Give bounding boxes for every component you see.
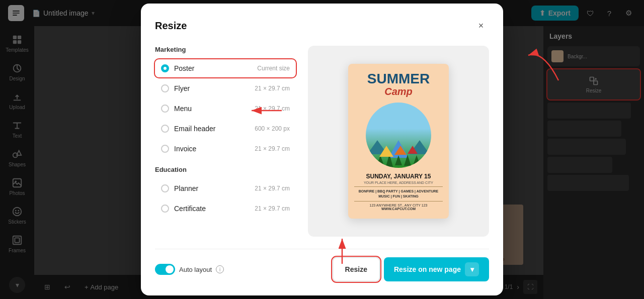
poster-subtitle: YOUR PLACE HERE, ADDRESS AND CITY [354, 181, 443, 184]
section-title-education: Education [155, 166, 296, 173]
auto-layout-info-icon[interactable]: i [216, 265, 224, 273]
invoice-radio-circle [161, 145, 169, 153]
certificate-label: Certificate [174, 205, 206, 213]
planner-label: Planner [174, 184, 198, 192]
modal-title: Resize [155, 20, 187, 32]
poster-title-camp: Camp [354, 86, 443, 97]
email-header-size: 600 × 200 px [255, 125, 290, 132]
poster-title-summer: SUMMER [354, 72, 443, 86]
auto-layout-switch[interactable] [155, 264, 175, 275]
poster-label: Poster [174, 64, 194, 72]
certificate-size: 21 × 29.7 cm [255, 205, 290, 212]
resize-on-new-page-button[interactable]: Resize on new page ▾ [384, 257, 489, 281]
certificate-radio-circle [161, 205, 169, 213]
footer-buttons: Resize Resize on new page ▾ [333, 257, 489, 281]
auto-layout-label: Auto layout [179, 266, 212, 273]
trees-group [377, 155, 420, 165]
auto-layout-toggle: Auto layout i [155, 264, 224, 275]
modal-options: Marketing Poster Current size [155, 46, 296, 237]
invoice-size: 21 × 29.7 cm [255, 145, 290, 152]
section-title-marketing: Marketing [155, 46, 296, 53]
poster-divider-top [354, 186, 443, 187]
poster-date: SUNDAY, JANUARY 15 [354, 173, 443, 180]
menu-radio-item[interactable]: Menu 21 × 29.7 cm [155, 99, 296, 118]
tent-orange [394, 146, 407, 155]
tents-group [379, 146, 418, 157]
certificate-radio-left: Certificate [161, 205, 206, 213]
modal-overlay: Resize × Marketing Poster Current size [0, 0, 644, 299]
modal-close-button[interactable]: × [473, 18, 489, 34]
planner-size: 21 × 29.7 cm [255, 185, 290, 192]
poster-activities: BONFIRE | BBQ PARTY | GAMES | ADVENTUREM… [354, 189, 443, 199]
poster-option-wrapper: Poster Current size [155, 59, 296, 77]
flyer-radio-item[interactable]: Flyer 21 × 29.7 cm [155, 79, 296, 97]
modal-preview: SUMMER Camp [308, 46, 489, 237]
tree-5 [413, 155, 420, 165]
tent-red [408, 146, 418, 154]
tent-yellow [379, 146, 393, 157]
planner-radio-left: Planner [161, 184, 198, 192]
resize-modal: Resize × Marketing Poster Current size [141, 4, 503, 295]
planner-radio-item[interactable]: Planner 21 × 29.7 cm [155, 179, 296, 197]
poster-radio-left: Poster [161, 64, 194, 72]
menu-label: Menu [174, 105, 192, 113]
email-header-radio-item[interactable]: Email header 600 × 200 px [155, 120, 296, 138]
poster-address: 123 ANYWHERE ST., ANY CITY 123 [354, 204, 443, 207]
poster-scene-circle [366, 103, 431, 168]
preview-card: SUMMER Camp [308, 46, 489, 237]
flyer-radio-left: Flyer [161, 84, 190, 92]
planner-radio-circle [161, 184, 169, 192]
menu-size: 21 × 29.7 cm [255, 105, 290, 112]
resize-new-page-label: Resize on new page [394, 265, 461, 273]
modal-body: Marketing Poster Current size [155, 46, 489, 237]
tree-1 [377, 155, 384, 165]
menu-radio-circle [161, 105, 169, 113]
email-header-radio-circle [161, 125, 169, 133]
poster-radio-item[interactable]: Poster Current size [155, 59, 296, 77]
poster-radio-circle [161, 64, 169, 72]
invoice-radio-left: Invoice [161, 145, 196, 153]
email-header-radio-left: Email header [161, 125, 216, 133]
tree-3 [395, 155, 402, 165]
menu-radio-left: Menu [161, 105, 192, 113]
resize-button[interactable]: Resize [333, 257, 380, 281]
poster-preview: SUMMER Camp [348, 64, 449, 219]
flyer-label: Flyer [174, 84, 190, 92]
certificate-radio-item[interactable]: Certificate 21 × 29.7 cm [155, 200, 296, 218]
poster-website: WWW.CAPCUT.COM [354, 207, 443, 211]
invoice-label: Invoice [174, 145, 196, 153]
modal-footer: Auto layout i Resize Resize on new page … [155, 249, 489, 281]
poster-size: Current size [257, 65, 290, 72]
email-header-label: Email header [174, 125, 216, 133]
flyer-radio-circle [161, 84, 169, 92]
resize-new-page-chevron-icon: ▾ [465, 262, 479, 276]
flyer-size: 21 × 29.7 cm [255, 85, 290, 92]
invoice-radio-item[interactable]: Invoice 21 × 29.7 cm [155, 140, 296, 158]
modal-header: Resize × [155, 18, 489, 34]
poster-divider-bottom [354, 201, 443, 202]
